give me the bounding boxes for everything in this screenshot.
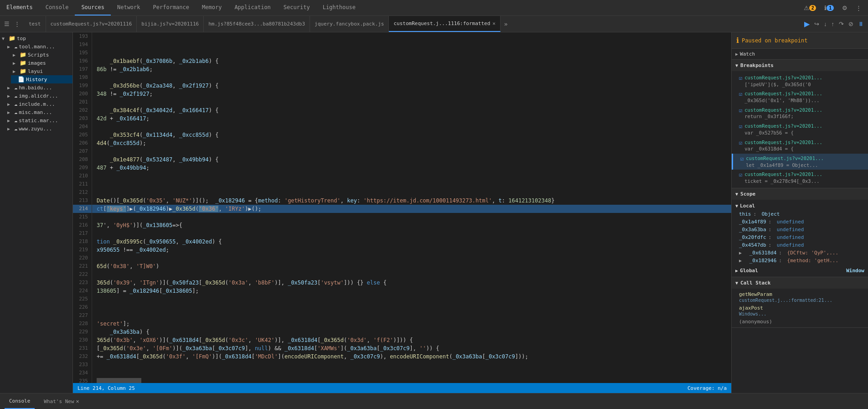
breakpoint-check-4: ☑ <box>739 140 742 146</box>
breakpoint-check-0: ☑ <box>739 75 742 81</box>
tab-elements[interactable]: Elements <box>0 0 39 16</box>
sidebar-item-history[interactable]: ▶ 📄 History <box>11 75 72 83</box>
callstack-0[interactable]: getNewParam customRequest.j...:formatted… <box>732 290 868 304</box>
breakpoint-3[interactable]: ☑ customRequest.js?v=20201... var _0x527… <box>732 121 868 137</box>
expand-arrow-include: ▶ <box>7 102 13 107</box>
sidebar-item-scripts[interactable]: ▶ 📁 Scripts <box>11 51 72 59</box>
breakpoint-0[interactable]: ☑ customRequest.js?v=20201... ['ipeUV'](… <box>732 73 868 89</box>
scope-3a63ba: _0x3a63ba: undefined <box>732 226 868 233</box>
tab-network[interactable]: Network <box>111 0 147 16</box>
sidebar-item-include[interactable]: ▶ ☁ include.m... <box>5 100 72 108</box>
sidebar-item-layui[interactable]: ▶ 📁 layui <box>11 67 72 75</box>
callstack-1[interactable]: ajaxPost Windows... <box>732 304 868 318</box>
step-out-icon[interactable]: ↑ <box>830 19 836 29</box>
callstack-2[interactable]: (anonymous) <box>732 318 868 326</box>
file-tab-customrequest[interactable]: customRequest.js?v=20201116 <box>46 16 137 32</box>
sidebar-toggle-icon[interactable]: ☰ <box>3 19 11 29</box>
main-layout: ▼ 📁 top ▶ ☁ tool.mann... ▶ 📁 Scripts ▶ 📁… <box>0 32 868 393</box>
sidebar-item-misc[interactable]: ▶ ☁ misc.man... <box>5 108 72 116</box>
step-over-icon[interactable]: ↪ <box>813 19 821 29</box>
code-line-219: 219 x950655 !== _0x4002ed; <box>73 246 731 254</box>
breakpoint-1[interactable]: ☑ customRequest.js?v=20201... _0x365d('0… <box>732 89 868 105</box>
tab-memory[interactable]: Memory <box>196 0 228 16</box>
breakpoint-5[interactable]: ☑ customRequest.js?v=20201... let _0x1a4… <box>732 154 868 170</box>
global-title[interactable]: ▶ Global Window <box>732 266 868 275</box>
file-tab-fancybox[interactable]: jquery.fancybox.pack.js <box>310 16 389 32</box>
tab-sources[interactable]: Sources <box>75 0 111 16</box>
line-content-225 <box>92 295 731 303</box>
line-num-199: 199 <box>73 82 92 90</box>
callstack-header[interactable]: ▼ Call Stack <box>732 277 868 289</box>
scope-182946[interactable]: ▶ _0x182946: {method: 'getH... <box>732 257 868 264</box>
sidebar-item-images[interactable]: ▶ 📁 images <box>11 59 72 67</box>
scope-6318d4[interactable]: ▶ _0x6318d4: {DCftw: 'QyP',... <box>732 249 868 257</box>
expand-arrow-local: ▼ <box>735 203 738 208</box>
code-area[interactable]: 193 194 195 196 _0x1baebf(_0x37086b, _0x… <box>73 32 731 383</box>
code-line-221: 221 65d('0x38', 'T]W0') <box>73 262 731 270</box>
watch-section[interactable]: ▶ Watch <box>732 49 868 60</box>
tab-security[interactable]: Security <box>277 0 316 16</box>
file-tab-close-icon[interactable]: ✕ <box>492 21 496 26</box>
tab-application[interactable]: Application <box>228 0 277 16</box>
expand-arrow-top: ▼ <box>2 36 7 41</box>
expand-arrow-hm: ▶ <box>7 85 13 90</box>
step-into-icon[interactable]: ↓ <box>822 19 828 29</box>
sidebar-item-tool[interactable]: ▶ ☁ tool.mann... <box>5 42 72 51</box>
status-bar: Line 214, Column 25 Coverage: n/a <box>73 383 731 393</box>
tab-lighthouse[interactable]: Lighthouse <box>316 0 362 16</box>
breakpoint-4[interactable]: ☑ customRequest.js?v=20201... var _0x631… <box>732 138 868 154</box>
file-tab-bijia[interactable]: bijia.js?v=20201116 <box>137 16 204 32</box>
expand-arrow-img: ▶ <box>7 93 13 98</box>
sidebar-item-static-label: static.mar... <box>19 118 58 124</box>
file-tab-formatted[interactable]: customRequest.j...1116:formatted ✕ <box>389 16 501 32</box>
breakpoint-check-2: ☑ <box>739 107 742 114</box>
file-tab-icons: ☰ ⋮ <box>0 19 24 29</box>
cloud-icon-misc: ☁ <box>14 109 17 115</box>
breakpoint-6[interactable]: ☑ customRequest.js?v=20201... ticket = _… <box>732 170 868 186</box>
sidebar-item-static[interactable]: ▶ ☁ static.mar... <box>5 116 72 124</box>
sidebar-item-top[interactable]: ▼ 📁 top <box>0 34 72 42</box>
code-line-222: 222 <box>73 270 731 279</box>
more-button[interactable]: ⋮ <box>853 3 864 13</box>
tab-console[interactable]: Console <box>39 0 75 16</box>
sidebar-more-icon[interactable]: ⋮ <box>13 19 21 29</box>
scope-1a4f89-val: undefined <box>777 219 804 225</box>
file-tabs-more-icon[interactable]: » <box>501 21 511 27</box>
sidebar-item-www[interactable]: ▶ ☁ www.zuyu... <box>5 124 72 133</box>
warning-button[interactable]: ⚠ 2 <box>801 3 819 13</box>
sidebar-item-hm[interactable]: ▶ ☁ hm.baidu... <box>5 83 72 92</box>
breakpoint-2[interactable]: ☑ customRequest.js?v=20201... return _0x… <box>732 105 868 121</box>
line-content-193 <box>92 32 731 41</box>
scope-this: this: Object <box>732 210 868 218</box>
line-content-206: 4d4(_0xcc855d); <box>92 139 731 147</box>
scope-6318d4-val: {DCftw: 'QyP',... <box>787 250 839 256</box>
local-title[interactable]: ▼ Local <box>732 202 868 210</box>
line-content-226 <box>92 303 731 311</box>
sidebar-item-img[interactable]: ▶ ☁ img.alicdr... <box>5 92 72 100</box>
line-content-216: 37', '0yH$')](_0x138605=>{ <box>92 221 731 229</box>
file-tab-test[interactable]: test <box>24 16 46 32</box>
bottom-tab-console[interactable]: Console <box>5 393 35 409</box>
deactivate-breakpoints-icon[interactable]: ⊘ <box>847 19 855 29</box>
scope-header[interactable]: ▼ Scope <box>732 188 868 200</box>
settings-button[interactable]: ⚙ <box>839 3 850 13</box>
whats-new-close-icon[interactable]: ✕ <box>76 398 79 404</box>
pause-exceptions-icon[interactable]: ⏸ <box>857 19 865 29</box>
scope-label: Scope <box>740 191 755 197</box>
coverage-status: Coverage: n/a <box>687 385 727 391</box>
info-badge: 1 <box>827 5 834 11</box>
breakpoint-text-0: customRequest.js?v=20201... ['ipeUV']($,… <box>744 74 822 88</box>
step-icon[interactable]: ↷ <box>837 19 845 29</box>
line-num-231: 231 <box>73 344 92 352</box>
breakpoints-header[interactable]: ▼ Breakpoints <box>732 60 868 71</box>
line-num-223: 223 <box>73 279 92 287</box>
sidebar-item-include-label: include.m... <box>19 101 55 107</box>
folder-icon-images: 📁 <box>20 60 26 66</box>
file-tab-hm[interactable]: hm.js?85f48cee3...ba80781b243db3 <box>204 16 310 32</box>
bottom-tab-whats-new[interactable]: What's New ✕ <box>39 393 83 409</box>
play-icon[interactable]: ▶ <box>803 18 811 30</box>
sidebar-item-top-label: top <box>17 36 26 41</box>
info-button[interactable]: ℹ 1 <box>822 3 837 13</box>
code-line-220: 220 <box>73 254 731 262</box>
tab-performance[interactable]: Performance <box>147 0 196 16</box>
